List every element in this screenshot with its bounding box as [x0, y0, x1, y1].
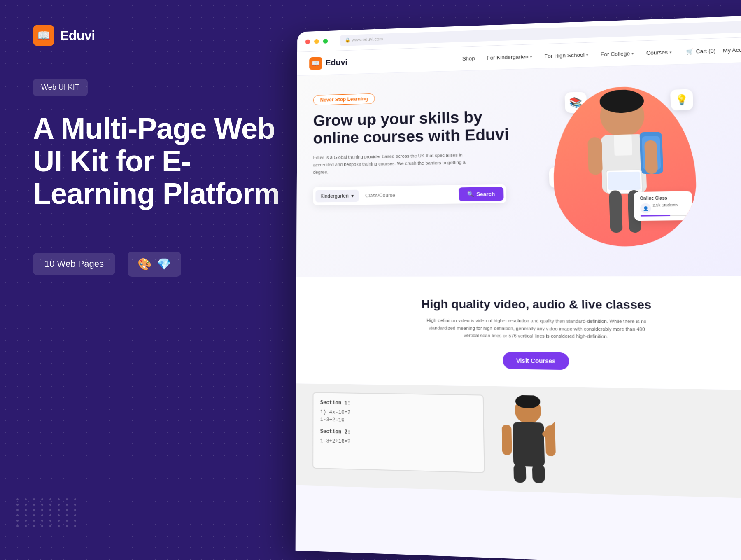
search-input[interactable]	[362, 188, 455, 202]
cart-icon: 🛒	[686, 49, 693, 55]
site-logo: 📖 Eduvi	[309, 56, 347, 70]
search-icon: 🔍	[467, 191, 474, 197]
left-logo-row: 📖 Eduvi	[33, 25, 280, 46]
search-button[interactable]: 🔍 Search	[458, 187, 503, 201]
whiteboard-line-1: 1) 4x-10=?	[320, 409, 476, 418]
site-logo-text: Eduvi	[325, 58, 347, 68]
svg-rect-3	[614, 134, 632, 156]
bottom-row: 10 Web Pages 🎨 💎	[33, 252, 280, 277]
whiteboard: Section 1: 1) 4x-10=? 1-3÷2=10 Section 2…	[312, 392, 485, 473]
hero-right: 📚 💡 🎨	[538, 84, 713, 259]
section2-title: High quality video, audio & live classes	[313, 297, 741, 312]
section-classroom: Section 1: 1) 4x-10=? 1-3÷2=10 Section 2…	[296, 383, 741, 499]
pages-badge: 10 Web Pages	[33, 253, 115, 275]
nav-shop[interactable]: Shop	[457, 53, 480, 64]
svg-rect-10	[609, 190, 622, 233]
site-logo-icon: 📖	[309, 57, 322, 70]
cart-button[interactable]: 🛒 Cart (0)	[686, 48, 716, 55]
hero-left: Never Stop Learning Grow up your skills …	[313, 89, 534, 260]
nav-college[interactable]: For College ▾	[595, 48, 640, 60]
svg-rect-18	[513, 463, 526, 483]
svg-rect-6	[587, 137, 603, 175]
whiteboard-section2-label: Section 2:	[320, 429, 477, 438]
search-category-select[interactable]: Kindergarten ▾	[315, 189, 359, 202]
hero-title: Grow up your skills by online courses wi…	[313, 107, 531, 147]
left-logo-icon: 📖	[33, 25, 54, 46]
svg-rect-9	[608, 172, 641, 190]
web-kit-badge: Web UI KIT	[33, 79, 88, 96]
select-dropdown-arrow: ▾	[351, 193, 354, 198]
nav-courses[interactable]: Courses ▾	[641, 47, 678, 59]
teacher-svg	[501, 395, 556, 484]
card-info: 2.5k Students	[652, 203, 678, 213]
sketch-icon: 💎	[157, 257, 171, 271]
nav-actions: 🛒 Cart (0) My Account 👤	[686, 46, 741, 55]
main-heading: A Multi-Page Web UI Kit for E-Learning P…	[33, 112, 280, 210]
courses-dropdown-arrow: ▾	[669, 50, 672, 54]
hero-description: Eduvi is a Global training provider base…	[313, 152, 480, 176]
card-title: Online Class	[640, 196, 686, 201]
teacher-figure	[501, 395, 556, 484]
whiteboard-section-label: Section 1:	[320, 400, 476, 408]
browser-maximize-dot	[323, 39, 328, 44]
browser-mockup: 🔒 www.eduvi.com 📖 Eduvi Shop For Kinderg…	[296, 15, 741, 560]
progress-bar	[641, 215, 687, 217]
visit-courses-button[interactable]: Visit Courses	[503, 352, 569, 370]
highschool-dropdown-arrow: ▾	[586, 53, 589, 57]
float-icon-bulb: 💡	[670, 89, 693, 110]
section-quality: High quality video, audio & live classes…	[296, 276, 741, 390]
hero-section: Never Stop Learning Grow up your skills …	[296, 62, 741, 277]
nav-items: Shop For Kindergarten ▾ For High School …	[457, 47, 677, 64]
svg-rect-19	[532, 463, 545, 483]
section2-description: High-definition video is video of higher…	[426, 317, 648, 341]
svg-rect-14	[513, 422, 545, 467]
svg-rect-7	[644, 140, 658, 174]
nav-kindergarten[interactable]: For Kindergarten ▾	[482, 51, 537, 64]
figma-icon: 🎨	[137, 257, 152, 271]
kindergarten-dropdown-arrow: ▾	[530, 54, 532, 58]
bulb-icon: 💡	[675, 94, 689, 106]
left-panel: 📖 Eduvi Web UI KIT A Multi-Page Web UI K…	[0, 0, 313, 560]
college-dropdown-arrow: ▾	[631, 51, 634, 56]
search-bar: Kindergarten ▾ 🔍 Search	[313, 184, 506, 205]
whiteboard-line-2: 1-3÷2=10	[320, 417, 476, 426]
browser-minimize-dot	[314, 39, 319, 44]
student-svg	[569, 86, 680, 247]
avatar: 👤	[640, 203, 651, 213]
hero-floating-card: Online Class 👤 2.5k Students	[634, 191, 693, 221]
hero-badge: Never Stop Learning	[313, 93, 375, 105]
account-button[interactable]: My Account 👤	[723, 46, 741, 54]
tools-badge: 🎨 💎	[128, 252, 181, 277]
svg-rect-15	[502, 425, 512, 455]
left-logo-text: Eduvi	[60, 28, 95, 43]
whiteboard-line-3: 1-3+2÷16=?	[320, 438, 477, 447]
browser-close-dot	[305, 39, 310, 44]
nav-highschool[interactable]: For High School ▾	[539, 49, 594, 62]
